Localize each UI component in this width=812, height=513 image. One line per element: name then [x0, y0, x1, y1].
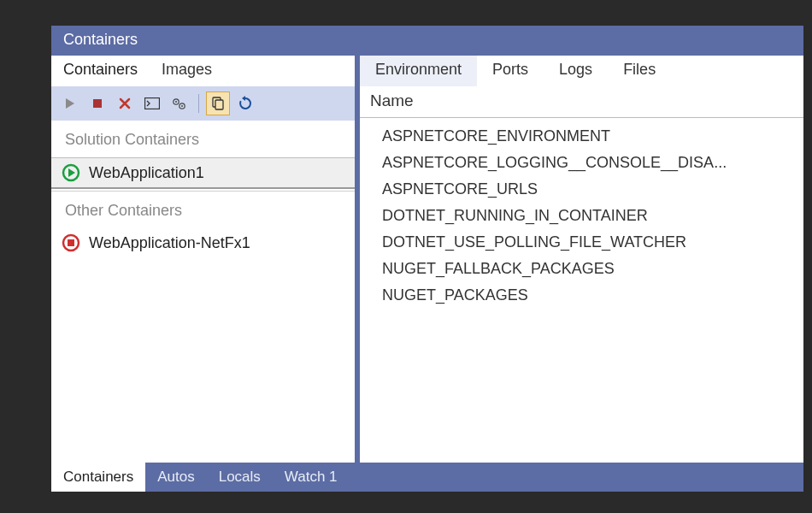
svg-marker-11 [68, 168, 75, 177]
svg-point-6 [181, 105, 183, 107]
terminal-button[interactable] [140, 91, 164, 115]
bottom-tab-watch1[interactable]: Watch 1 [273, 463, 350, 492]
env-row[interactable]: ASPNETCORE_LOGGING__CONSOLE__DISA... [382, 150, 803, 176]
svg-point-4 [175, 101, 177, 103]
env-row[interactable]: NUGET_FALLBACK_PACKAGES [382, 256, 803, 282]
left-tabstrip: Containers Images [51, 56, 355, 86]
right-tabstrip: Environment Ports Logs Files [360, 56, 803, 86]
refresh-icon [238, 96, 253, 111]
svg-rect-8 [215, 100, 223, 109]
stop-icon [91, 97, 103, 109]
copy-icon [210, 96, 226, 111]
env-row[interactable]: NUGET_PACKAGES [382, 282, 803, 309]
terminal-icon [144, 97, 160, 109]
containers-tool-window: Containers Containers Images [51, 26, 803, 492]
left-toolbar [51, 86, 355, 121]
bottom-tab-locals[interactable]: Locals [207, 463, 273, 492]
toolbar-separator [198, 94, 199, 113]
bottom-tab-autos[interactable]: Autos [145, 463, 206, 492]
tab-environment[interactable]: Environment [360, 56, 477, 86]
svg-rect-1 [93, 99, 102, 108]
bottom-tabstrip: Containers Autos Locals Watch 1 [51, 463, 803, 492]
container-item-webapplication1[interactable]: WebApplication1 [51, 157, 355, 189]
container-item-label: WebApplication1 [89, 164, 204, 182]
env-row[interactable]: ASPNETCORE_URLS [382, 176, 803, 203]
tab-ports[interactable]: Ports [477, 56, 544, 86]
env-column-header-name[interactable]: Name [360, 86, 803, 118]
section-solution-containers: Solution Containers [51, 121, 355, 157]
tab-logs[interactable]: Logs [544, 56, 608, 86]
stop-button[interactable] [85, 91, 109, 115]
container-item-label: WebApplication-NetFx1 [89, 234, 250, 252]
settings-button[interactable] [168, 91, 191, 115]
svg-rect-2 [145, 98, 160, 109]
stop-circle-icon [62, 233, 80, 252]
play-circle-icon [62, 163, 80, 182]
svg-marker-9 [242, 96, 245, 101]
env-grid: ASPNETCORE_ENVIRONMENT ASPNETCORE_LOGGIN… [360, 118, 803, 463]
tab-containers[interactable]: Containers [51, 56, 150, 86]
env-row[interactable]: DOTNET_USE_POLLING_FILE_WATCHER [382, 229, 803, 256]
gears-icon [172, 97, 187, 110]
refresh-button[interactable] [233, 91, 257, 115]
section-other-containers: Other Containers [51, 192, 355, 228]
x-icon [118, 97, 132, 110]
bottom-tab-containers[interactable]: Containers [51, 463, 145, 492]
copy-button[interactable] [206, 91, 230, 115]
body-area: Containers Images [51, 56, 803, 463]
tab-files[interactable]: Files [608, 56, 671, 86]
start-button[interactable] [58, 91, 82, 115]
svg-rect-13 [68, 239, 74, 246]
container-list: Solution Containers WebApplication1 Othe… [51, 121, 355, 463]
delete-button[interactable] [113, 91, 137, 115]
right-pane: Environment Ports Logs Files Name ASPNET… [360, 56, 803, 463]
tab-images[interactable]: Images [150, 56, 224, 86]
env-row[interactable]: DOTNET_RUNNING_IN_CONTAINER [382, 203, 803, 229]
env-row[interactable]: ASPNETCORE_ENVIRONMENT [382, 123, 803, 150]
play-icon [64, 97, 76, 109]
window-title: Containers [51, 26, 803, 56]
left-pane: Containers Images [51, 56, 355, 463]
svg-marker-0 [66, 98, 74, 109]
container-item-webapplication-netfx1[interactable]: WebApplication-NetFx1 [51, 228, 355, 258]
